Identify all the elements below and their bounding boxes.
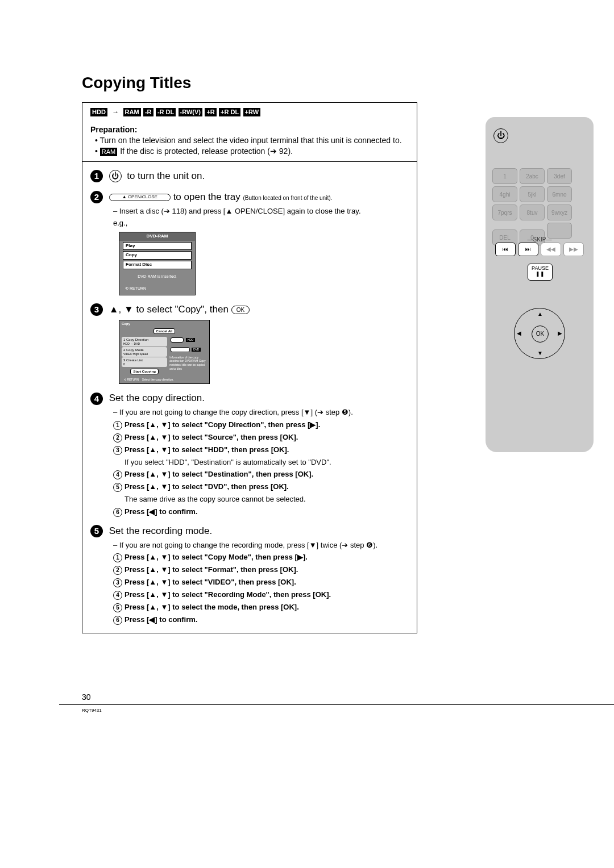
copy-mode-item: 2 Copy ModeVIDEO High Speed xyxy=(122,347,167,357)
step-4-1: 1Press [▲, ▼] to select "Copy Direction"… xyxy=(113,420,409,430)
footer-rule xyxy=(59,704,614,705)
copy-info-text: Information of the copy destina tion DVD… xyxy=(169,356,207,371)
step-4-note2: The same drive as the copy source cannot… xyxy=(125,494,409,504)
tag-ram: RAM xyxy=(123,108,141,116)
menu-return: RETURN xyxy=(130,286,146,290)
key-8: 8tuv xyxy=(520,205,545,220)
step-4: 4 Set the copy direction. xyxy=(90,392,409,405)
ok-icon: OK xyxy=(231,306,250,315)
pause-label: PAUSE xyxy=(532,265,549,271)
copy-return: RETURN xyxy=(127,378,139,381)
page-title: Copying Titles xyxy=(82,74,537,92)
copy-header: Copy xyxy=(119,320,209,327)
cancel-all: Cancel All xyxy=(154,328,176,334)
step-5-sub0: – If you are not going to change the rec… xyxy=(113,540,409,550)
tag-r: -R xyxy=(143,108,154,116)
create-list-item: 3 Create List0 xyxy=(122,357,167,367)
step-5-5: 5Press [▲, ▼] to select the mode, then p… xyxy=(113,602,409,612)
step-5-6: 6Press [◀] to confirm. xyxy=(113,615,409,625)
media-tags: HDD → RAM -R -R DL -RW(V) +R +R DL +RW xyxy=(82,103,417,116)
remote-power-icon: ⏻ xyxy=(493,128,508,143)
step-2-note: (Button located on front of the unit). xyxy=(243,195,333,201)
step-2: 2 ▲ OPEN/CLOSE to open the tray (Button … xyxy=(90,191,409,204)
tag-rdl: -R DL xyxy=(156,108,176,116)
rewind-icon: ◀◀ xyxy=(541,243,561,256)
dvd-ram-menu-screenshot: DVD-RAM Play Copy Format Disc DVD-RAM is… xyxy=(119,232,196,295)
tag-rwv: -RW(V) xyxy=(179,108,202,116)
menu-header: DVD-RAM xyxy=(119,232,195,241)
tag-pr: +R xyxy=(205,108,216,116)
tag-prdl: +R DL xyxy=(219,108,240,116)
key-1: 1 xyxy=(492,168,517,184)
menu-copy: Copy xyxy=(123,251,192,260)
step-num-4: 4 xyxy=(90,393,103,405)
key-9: 9wxyz xyxy=(547,205,572,220)
key-4: 4ghi xyxy=(492,186,517,202)
nav-up-icon: ▲ xyxy=(537,311,543,317)
step-num-5: 5 xyxy=(90,525,103,537)
step-3-text: ▲, ▼ to select "Copy", then xyxy=(109,304,229,315)
nav-right-icon: ▶ xyxy=(558,330,562,336)
step-num-2: 2 xyxy=(90,191,103,203)
tag-hdd: HDD xyxy=(90,108,107,116)
start-copying: Start Copying xyxy=(130,369,158,374)
step-4-5: 5Press [▲, ▼] to select "DVD", then pres… xyxy=(113,482,409,492)
key-3: 3def xyxy=(547,168,572,184)
step-4-3: 3Press [▲, ▼] to select "HDD", then pres… xyxy=(113,445,409,455)
step-2-eg: e.g., xyxy=(113,218,409,228)
step-2-sub: – Insert a disc (➔ 118) and press [▲ OPE… xyxy=(113,206,409,216)
manual-page: Copying Titles HDD → RAM -R -R DL -RW(V)… xyxy=(82,74,537,633)
step-4-6: 6Press [◀] to confirm. xyxy=(113,507,409,517)
remote-skip-row: —SKIP— ⏮ ⏭ ◀◀ ▶▶ xyxy=(486,236,594,256)
prep-line2: • RAM If the disc is protected, release … xyxy=(95,146,409,157)
key-6: 6mno xyxy=(547,186,572,202)
step-4-text: Set the copy direction. xyxy=(109,393,205,403)
nav-left-icon: ◀ xyxy=(517,330,521,336)
step-4-sub0: – If you are not going to change the cop… xyxy=(113,407,409,418)
step-5: 5 Set the recording mode. xyxy=(90,525,409,538)
key-2: 2abc xyxy=(520,168,545,184)
skip-next-icon: ⏭ xyxy=(518,243,538,256)
step-1: 1 ⏻ to turn the unit on. xyxy=(90,170,409,183)
step-5-text: Set the recording mode. xyxy=(109,525,212,536)
arrow-icon: → xyxy=(112,107,119,116)
open-close-button-graphic: ▲ OPEN/CLOSE xyxy=(109,194,171,201)
menu-play: Play xyxy=(123,242,192,251)
document-id: RQT9431 xyxy=(82,708,102,713)
remote-nav-pad: ▲ ▼ ◀ ▶ OK xyxy=(514,308,565,359)
menu-format: Format Disc xyxy=(123,261,192,269)
instruction-box: HDD → RAM -R -R DL -RW(V) +R +R DL +RW P… xyxy=(82,102,417,633)
prep-line1: • Turn on the television and select the … xyxy=(95,135,409,146)
forward-icon: ▶▶ xyxy=(563,243,584,256)
key-7: 7pqrs xyxy=(492,205,517,220)
copy-direction-item: 1 Copy DirectionHDD → DVD xyxy=(122,337,167,347)
step-1-text: to turn the unit on. xyxy=(127,170,205,181)
nav-down-icon: ▼ xyxy=(537,350,543,356)
step-3: 3 ▲, ▼ to select "Copy", then OK xyxy=(90,303,409,316)
divider xyxy=(82,161,417,162)
power-icon: ⏻ xyxy=(109,170,122,182)
step-5-2: 2Press [▲, ▼] to select "Format", then p… xyxy=(113,565,409,575)
prep-line1-text: Turn on the television and select the vi… xyxy=(100,136,402,145)
step-2-text: to open the tray xyxy=(173,191,240,202)
skip-prev-icon: ⏮ xyxy=(495,243,516,256)
menu-footer: DVD-RAM is inserted. xyxy=(119,270,195,282)
preparation-heading: Preparation: xyxy=(90,124,409,135)
nav-ok-button: OK xyxy=(532,326,549,343)
remote-keypad: 12abc3def 4ghi5jkl6mno 7pqrs8tuv9wxyz DE… xyxy=(491,167,588,247)
eject-label: ▲ OPEN/CLOSE xyxy=(122,194,157,199)
step-4-note1: If you select "HDD", "Destination" is au… xyxy=(125,457,409,468)
step-5-4: 4Press [▲, ▼] to select "Recording Mode"… xyxy=(113,590,409,600)
copy-foot-text: Select the copy direction. xyxy=(142,378,174,381)
step-4-4: 4Press [▲, ▼] to select "Destination", t… xyxy=(113,469,409,479)
step-num-1: 1 xyxy=(90,170,103,182)
remote-control-illustration: ⏻ 12abc3def 4ghi5jkl6mno 7pqrs8tuv9wxyz … xyxy=(486,117,594,452)
copy-menu-screenshot: Copy Cancel All 1 Copy DirectionHDD → DV… xyxy=(119,320,210,385)
step-5-1: 1Press [▲, ▼] to select "Copy Mode", the… xyxy=(113,552,409,562)
skip-label: SKIP xyxy=(533,236,546,243)
copy-info: Source HDD Destination DVD Information o… xyxy=(169,336,207,375)
key-5: 5jkl xyxy=(520,186,545,202)
step-num-3: 3 xyxy=(90,303,103,316)
step-4-2: 2Press [▲, ▼] to select "Source", then p… xyxy=(113,432,409,443)
step-5-3: 3Press [▲, ▼] to select "VIDEO", then pr… xyxy=(113,577,409,587)
